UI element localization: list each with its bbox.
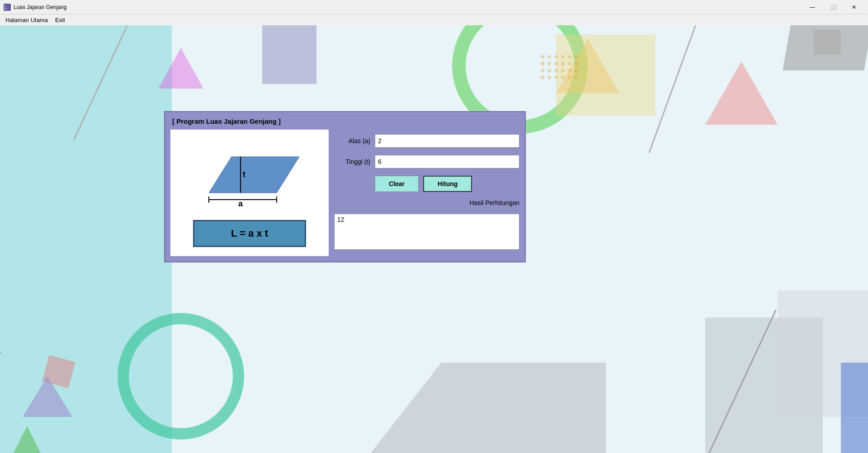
svg-point-10 xyxy=(541,69,544,72)
svg-point-6 xyxy=(547,62,551,65)
window-title: Luas Jajaran Genjang xyxy=(14,4,802,10)
svg-point-3 xyxy=(547,55,551,59)
hasil-label: Hasil Perhitungan xyxy=(334,199,519,206)
bg-shape-pink-triangle xyxy=(705,61,778,125)
window-controls: — ⬜ ✕ xyxy=(802,0,864,14)
bg-shape-line2 xyxy=(648,25,696,153)
app-icon: L xyxy=(4,4,11,11)
tinggi-label: Tinggi (t) xyxy=(334,158,370,165)
close-button[interactable]: ✕ xyxy=(844,0,864,14)
dialog-content: t a L = a x t Alas (a) xyxy=(170,130,519,256)
bg-shape-dotted-pattern xyxy=(538,52,579,93)
bg-shape-magenta-triangle xyxy=(158,48,203,89)
tinggi-input[interactable] xyxy=(375,155,519,168)
alas-input[interactable] xyxy=(375,134,519,148)
background-canvas: [ Program Luas Jajaran Genjang ] t xyxy=(0,25,868,453)
illustration-panel: t a L = a x t xyxy=(170,130,329,256)
svg-point-18 xyxy=(547,75,551,79)
svg-point-21 xyxy=(568,75,571,79)
hitung-button[interactable]: Hitung xyxy=(423,176,472,192)
menu-halaman-utama[interactable]: Halaman Utama xyxy=(2,16,52,24)
svg-point-8 xyxy=(561,55,565,59)
alas-label: Alas (a) xyxy=(334,137,370,145)
hasil-output: 12 xyxy=(334,214,519,250)
svg-point-17 xyxy=(541,75,544,79)
svg-marker-26 xyxy=(209,157,299,193)
bg-shape-teal-circle xyxy=(118,313,244,439)
buttons-row: Clear Hitung xyxy=(375,176,519,192)
svg-point-20 xyxy=(561,75,565,79)
titlebar: L Luas Jajaran Genjang — ⬜ ✕ xyxy=(0,0,868,14)
svg-point-25 xyxy=(575,75,578,79)
tinggi-field-row: Tinggi (t) xyxy=(334,155,519,168)
menubar: Halaman Utama Exit xyxy=(0,14,868,25)
svg-text:a: a xyxy=(238,199,243,206)
svg-point-16 xyxy=(568,69,571,72)
main-dialog: [ Program Luas Jajaran Genjang ] t xyxy=(164,111,526,262)
svg-point-4 xyxy=(554,55,558,59)
svg-point-15 xyxy=(568,62,571,65)
bg-shape-blue-right xyxy=(841,363,868,453)
svg-point-22 xyxy=(575,55,578,59)
bg-shape-bottom-gray xyxy=(371,363,606,453)
bg-shape-lavender-triangle xyxy=(23,376,72,417)
svg-point-23 xyxy=(575,62,578,65)
svg-text:L: L xyxy=(5,5,7,10)
menu-exit[interactable]: Exit xyxy=(52,16,69,24)
clear-button[interactable]: Clear xyxy=(375,176,419,192)
alas-field-row: Alas (a) xyxy=(334,134,519,148)
svg-point-9 xyxy=(561,62,565,65)
maximize-button[interactable]: ⬜ xyxy=(823,0,844,14)
svg-point-11 xyxy=(547,69,551,72)
svg-point-13 xyxy=(561,69,565,72)
input-panel: Alas (a) Tinggi (t) Clear Hitung Hasil P… xyxy=(334,130,519,256)
bg-shape-green-triangle-bottom xyxy=(14,426,41,453)
parallelogram-diagram: t a xyxy=(186,143,313,206)
svg-point-7 xyxy=(554,62,558,65)
bg-shape-gray-rect2 xyxy=(814,30,841,55)
svg-point-19 xyxy=(554,75,558,79)
formula-box: L = a x t xyxy=(193,220,306,247)
parallelogram-container: t a xyxy=(182,139,317,211)
bg-shape-blue-rect xyxy=(262,25,316,84)
svg-text:t: t xyxy=(243,170,245,179)
minimize-button[interactable]: — xyxy=(802,0,823,14)
svg-point-12 xyxy=(554,69,558,72)
svg-point-24 xyxy=(575,69,578,72)
svg-point-14 xyxy=(568,55,571,59)
dialog-title: [ Program Luas Jajaran Genjang ] xyxy=(170,117,519,125)
svg-point-2 xyxy=(541,55,544,59)
svg-point-5 xyxy=(541,62,544,65)
